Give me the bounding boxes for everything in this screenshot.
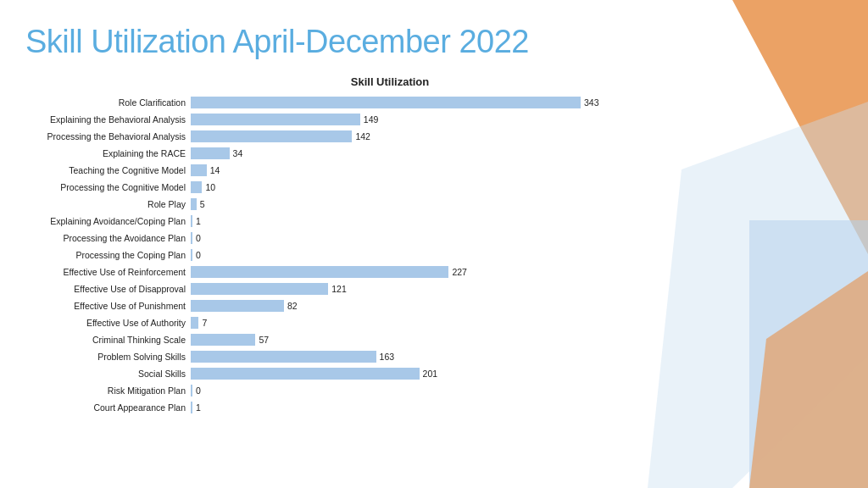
chart-row: Teaching the Cognitive Model14 — [25, 163, 602, 178]
bar-area: 1 — [191, 215, 602, 227]
bar — [191, 232, 192, 244]
row-label: Risk Mitigation Plan — [25, 385, 191, 396]
bar-value: 14 — [210, 165, 220, 175]
chart-title: Skill Utilization — [178, 75, 602, 88]
row-label: Court Appearance Plan — [25, 402, 191, 413]
chart-rows: Role Clarification343Explaining the Beha… — [25, 95, 602, 415]
bar — [191, 114, 360, 125]
row-label: Processing the Avoidance Plan — [25, 233, 191, 244]
bar-area: 82 — [191, 300, 602, 312]
bar-value: 343 — [584, 97, 599, 108]
bar-value: 142 — [355, 131, 370, 141]
chart-row: Processing the Behavioral Analysis142 — [25, 129, 602, 144]
row-label: Effective Use of Authority — [25, 318, 191, 329]
bar-value: 57 — [259, 335, 269, 345]
chart-row: Effective Use of Punishment82 — [25, 298, 602, 313]
row-label: Effective Use of Reinforcement — [25, 267, 191, 278]
bar — [191, 97, 581, 108]
chart-row: Processing the Avoidance Plan0 — [25, 230, 602, 246]
chart-row: Criminal Thinking Scale57 — [25, 332, 602, 347]
chart-row: Role Play5 — [25, 197, 602, 212]
bar-value: 1 — [196, 402, 201, 413]
bar — [191, 351, 376, 363]
bar — [191, 368, 420, 380]
row-label: Criminal Thinking Scale — [25, 335, 191, 346]
bar-area: 0 — [191, 232, 602, 244]
bar-value: 7 — [202, 318, 207, 328]
row-label: Effective Use of Disapproval — [25, 284, 191, 295]
bar-area: 14 — [191, 164, 602, 176]
chart-container: Skill Utilization Role Clarification343E… — [25, 75, 602, 415]
bar — [191, 385, 192, 396]
bar-value: 0 — [196, 233, 201, 243]
bar-area: 5 — [191, 198, 602, 210]
bar-value: 0 — [196, 250, 201, 260]
bar-area: 0 — [191, 385, 602, 396]
bar — [191, 130, 352, 142]
bar-value: 121 — [331, 284, 347, 294]
bar — [191, 300, 284, 312]
chart-row: Processing the Cognitive Model10 — [25, 180, 602, 195]
row-label: Processing the Behavioral Analysis — [25, 131, 191, 142]
bar-area: 163 — [191, 351, 602, 363]
bar-value: 1 — [196, 216, 201, 226]
bar-value: 201 — [423, 369, 438, 379]
row-label: Processing the Cognitive Model — [25, 182, 191, 193]
row-label: Social Skills — [25, 369, 191, 380]
chart-row: Problem Solving Skills163 — [25, 349, 602, 364]
row-label: Effective Use of Punishment — [25, 301, 191, 312]
bar-value: 82 — [287, 301, 298, 311]
bar — [191, 266, 448, 278]
bar — [191, 215, 192, 227]
row-label: Role Clarification — [25, 97, 191, 108]
bar-area: 0 — [191, 249, 602, 261]
bar-area: 149 — [191, 114, 602, 125]
bar-area: 34 — [191, 147, 602, 159]
chart-row: Explaining the RACE34 — [25, 146, 602, 161]
bar-area: 57 — [191, 334, 602, 346]
bar — [191, 283, 328, 295]
main-content: Skill Utilization April-December 2022 Sk… — [0, 0, 868, 424]
chart-row: Explaining the Behavioral Analysis149 — [25, 112, 602, 127]
row-label: Teaching the Cognitive Model — [25, 165, 191, 176]
bar-value: 5 — [200, 199, 205, 209]
bar-area: 10 — [191, 181, 602, 193]
chart-row: Effective Use of Authority7 — [25, 315, 602, 330]
bar-area: 121 — [191, 283, 602, 295]
bar — [191, 164, 207, 176]
bar-value: 0 — [196, 385, 201, 396]
bar-area: 343 — [191, 97, 602, 108]
page-title: Skill Utilization April-December 2022 — [25, 24, 843, 60]
row-label: Explaining Avoidance/Coping Plan — [25, 216, 191, 227]
chart-row: Court Appearance Plan1 — [25, 400, 602, 415]
bar — [191, 147, 230, 159]
bar — [191, 334, 255, 346]
chart-row: Role Clarification343 — [25, 95, 602, 110]
bar — [191, 402, 192, 413]
bar-value: 10 — [205, 182, 215, 192]
bar-area: 201 — [191, 368, 602, 380]
chart-row: Processing the Coping Plan0 — [25, 247, 602, 263]
bar-area: 1 — [191, 402, 602, 413]
bar-value: 163 — [380, 352, 395, 362]
bar-area: 142 — [191, 130, 602, 142]
bar — [191, 249, 192, 261]
bar-area: 7 — [191, 317, 602, 329]
bar-value: 149 — [364, 114, 379, 125]
chart-row: Explaining Avoidance/Coping Plan1 — [25, 214, 602, 229]
bar-area: 227 — [191, 266, 602, 278]
chart-row: Effective Use of Reinforcement227 — [25, 264, 602, 280]
bar-value: 227 — [452, 267, 467, 277]
chart-row: Risk Mitigation Plan0 — [25, 383, 602, 398]
row-label: Processing the Coping Plan — [25, 250, 191, 261]
row-label: Explaining the RACE — [25, 148, 191, 159]
bar — [191, 198, 197, 210]
row-label: Problem Solving Skills — [25, 352, 191, 363]
bar — [191, 181, 202, 193]
chart-row: Social Skills201 — [25, 366, 602, 381]
chart-row: Effective Use of Disapproval121 — [25, 281, 602, 297]
bar-value: 34 — [233, 148, 243, 158]
row-label: Explaining the Behavioral Analysis — [25, 114, 191, 125]
bar — [191, 317, 198, 329]
row-label: Role Play — [25, 199, 191, 210]
